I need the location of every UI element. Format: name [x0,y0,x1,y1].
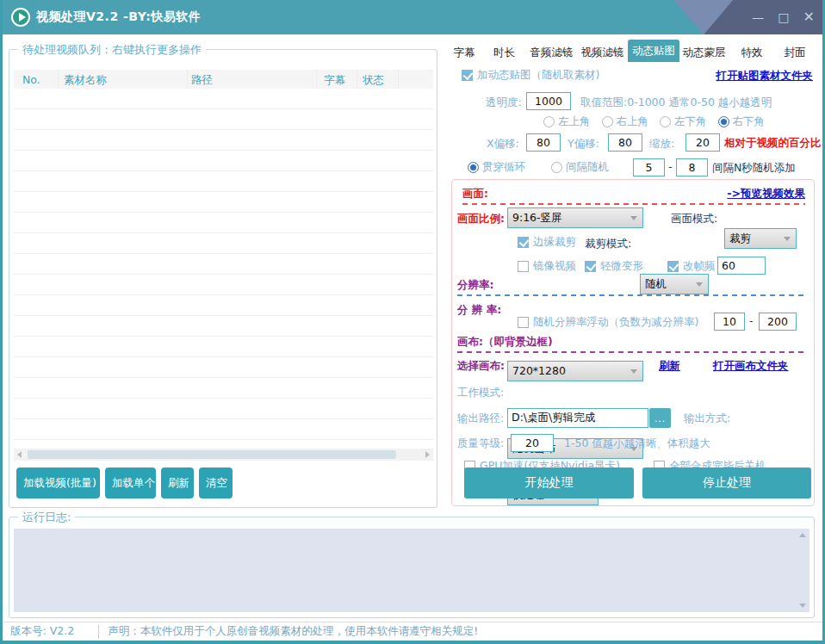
load-single-button[interactable]: 加载单个 [105,468,156,498]
notice-text: 声明：本软件仅用于个人原创音视频素材的处理，使用本软件请遵守相关规定! [108,624,478,639]
scroll-left-icon[interactable] [17,451,22,458]
position-top-left-radio[interactable] [543,116,555,127]
position-top-left-label: 左上角 [558,115,591,129]
loop-through-radio[interactable] [468,162,479,173]
enable-sticker-row: 加动态贴图（随机取素材) [462,68,599,83]
tab-dynamic-sticker[interactable]: 动态贴图 [628,40,679,62]
fps-row: 改帧频 [667,259,716,274]
loop-through-label: 贯穿循环 [482,160,525,175]
open-sticker-folder-link[interactable]: 打开贴图素材文件夹 [716,69,814,84]
ratio-dropdown[interactable]: 9:16-竖屏 [507,207,643,228]
tab-subtitle[interactable]: 字幕 [446,43,482,62]
red-dashed-divider [462,203,805,205]
select-canvas-label: 选择画布: [457,359,505,374]
column-header-status[interactable]: 状态 [363,73,384,88]
position-bottom-left-radio[interactable] [660,116,671,127]
x-offset-input[interactable] [526,133,561,152]
load-videos-batch-button[interactable]: 加载视频(批量) [16,468,100,498]
quality-hint: 1-50 值越小越清晰、体积越大 [564,437,710,451]
resolution-to-input[interactable] [759,313,797,331]
position-top-right-label: 右上角 [617,115,649,129]
scale-input[interactable] [685,133,720,152]
refresh-canvas-link[interactable]: 刷新 [659,359,680,374]
quality-input[interactable] [511,434,554,452]
quality-label: 质量等级: [457,437,504,451]
picture-settings-group: 画面: ->预览视频效果 画面比例: 9:16-竖屏 画面模式: 裁剪 边缘裁剪… [451,179,815,506]
queue-panel-caption: 待处理视频队列：右键执行更多操作 [18,42,206,58]
picture-section-label: 画面: [462,187,488,201]
random-resolution-label: 随机分辨率浮动（负数为减分辨率) [533,315,698,330]
start-processing-button[interactable]: 开始处理 [464,468,634,498]
y-offset-input[interactable] [608,133,642,152]
resolution-dropdown[interactable]: 720*1280 [507,361,643,381]
column-header-no[interactable]: No. [22,73,40,86]
interval-random-radio[interactable] [551,162,562,173]
scrollbar-thumb[interactable] [28,450,396,459]
minimize-button[interactable]: — [752,11,764,23]
edge-crop-row: 边缘裁剪 [518,235,576,250]
resolution-label: 分 辨 率: [457,303,501,318]
interval-random-label: 间隔随机 [566,160,609,175]
log-panel: 运行日志: [9,517,815,618]
queue-table-header: No. 素材名称 路径 字幕 状态 [14,70,433,89]
settings-tab-bar: 字幕 时长 音频滤镜 视频滤镜 动态贴图 动态蒙层 特效 封面 [446,40,815,62]
tab-cover[interactable]: 封面 [775,43,815,62]
tab-video-filter[interactable]: 视频滤镜 [577,43,628,62]
change-fps-checkbox[interactable] [667,261,679,272]
preview-video-link[interactable]: ->预览视频效果 [727,187,805,201]
log-textarea[interactable] [14,529,809,612]
resolution-from-input[interactable] [714,313,745,331]
clear-list-button[interactable]: 清空 [199,468,233,498]
edge-crop-label: 边缘裁剪 [533,235,576,250]
queue-list-rows[interactable] [14,89,433,447]
mirror-video-checkbox[interactable] [518,261,529,272]
refresh-list-button[interactable]: 刷新 [161,468,194,498]
scroll-up-icon[interactable] [799,533,806,537]
column-header-path[interactable]: 路径 [191,73,213,88]
opacity-label: 透明度: [486,96,522,110]
opacity-hint: 取值范围:0-1000 通常0-50 越小越透明 [580,96,772,110]
mirror-video-label: 镜像视频 [533,259,576,274]
column-header-name[interactable]: 素材名称 [64,73,107,88]
queue-horizontal-scrollbar[interactable] [14,449,433,461]
random-resolution-row: 随机分辨率浮动（负数为减分辨率) [518,315,698,330]
slight-deform-checkbox[interactable] [585,261,596,272]
interval-from-input[interactable] [633,158,665,176]
tab-effects[interactable]: 特效 [729,43,775,62]
browse-output-button[interactable]: ... [649,408,671,428]
position-bottom-right-radio[interactable] [718,116,729,127]
picture-mode-dropdown[interactable]: 裁剪 [724,228,797,249]
scroll-down-icon[interactable] [799,604,806,608]
scroll-right-icon[interactable] [425,451,430,458]
tab-dynamic-mask[interactable]: 动态蒙层 [679,43,729,62]
random-resolution-checkbox[interactable] [518,317,529,328]
log-panel-caption: 运行日志: [18,510,75,525]
status-bar: 版本号: V2.2 声明：本软件仅用于个人原创音视频素材的处理，使用本软件请遵守… [3,622,822,641]
position-top-right-radio[interactable] [602,116,613,127]
stop-processing-button[interactable]: 停止处理 [642,468,811,498]
blue-dashed-divider [457,294,807,296]
opacity-input[interactable] [526,92,571,110]
tab-duration[interactable]: 时长 [482,43,526,62]
loop-radio-row: 贯穿循环 [468,160,525,175]
work-mode-label: 工作模式: [457,386,504,400]
output-mode-label: 输出方式: [684,412,730,426]
fps-input[interactable] [717,257,766,275]
canvas-section-label: 画布:（即背景边框) [457,335,553,350]
window-title: 视频处理V2.2 -BY:快易软件 [36,9,201,25]
scale-hint: 相对于视频的百分比 [724,136,822,151]
maximize-button[interactable]: □ [778,11,789,23]
column-header-subtitle[interactable]: 字幕 [324,73,345,88]
edge-crop-checkbox[interactable] [518,237,529,248]
queue-panel: 待处理视频队列：右键执行更多操作 No. 素材名称 路径 字幕 状态 加载视频(… [9,49,437,508]
open-canvas-folder-link[interactable]: 打开画布文件夹 [713,359,789,374]
output-path-input[interactable] [507,408,648,428]
interval-to-input[interactable] [676,158,708,176]
close-button[interactable]: ✕ [803,10,815,24]
crop-mode-dropdown[interactable]: 随机 [640,274,709,294]
slight-deform-label: 轻微变形 [600,259,643,274]
x-offset-label: X偏移: [487,137,519,152]
scale-label: 缩放: [649,137,674,152]
tab-audio-filter[interactable]: 音频滤镜 [526,43,577,62]
enable-sticker-checkbox[interactable] [462,70,473,81]
